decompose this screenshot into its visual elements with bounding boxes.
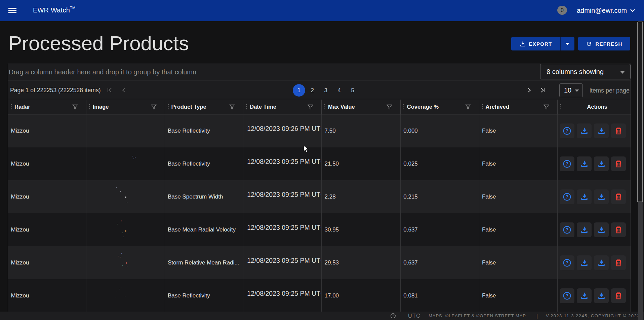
svg-text:?: ? xyxy=(566,194,569,199)
svg-text:?: ? xyxy=(566,128,569,133)
svg-text:?: ? xyxy=(566,293,569,298)
svg-text:?: ? xyxy=(566,227,569,232)
svg-text:?: ? xyxy=(566,260,569,265)
svg-text:?: ? xyxy=(566,161,569,166)
